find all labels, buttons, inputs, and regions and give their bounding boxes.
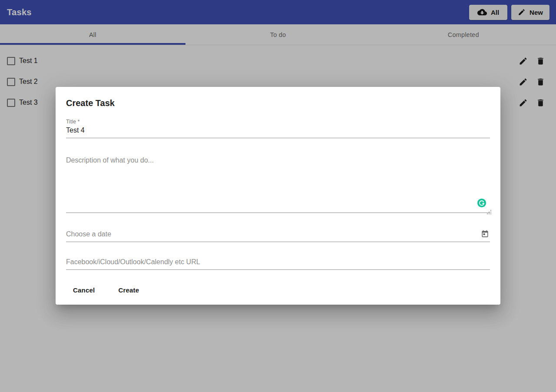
date-input[interactable] [66,230,477,238]
textarea-resize-handle[interactable] [490,210,491,211]
create-task-dialog: Create Task Title * Cancel Create [56,87,500,305]
title-field: Title * [66,117,490,138]
url-field [66,249,490,270]
description-field [66,152,490,213]
date-field [66,222,490,242]
title-field-label: Title * [66,117,490,125]
title-input[interactable] [66,126,490,134]
cancel-button[interactable]: Cancel [66,282,102,298]
calendar-icon[interactable] [480,230,489,239]
url-input[interactable] [66,258,490,266]
description-input[interactable] [66,152,490,209]
dialog-title: Create Task [66,98,115,108]
dialog-actions: Cancel Create [66,282,146,298]
create-button[interactable]: Create [111,282,146,298]
grammarly-icon[interactable] [477,198,486,208]
